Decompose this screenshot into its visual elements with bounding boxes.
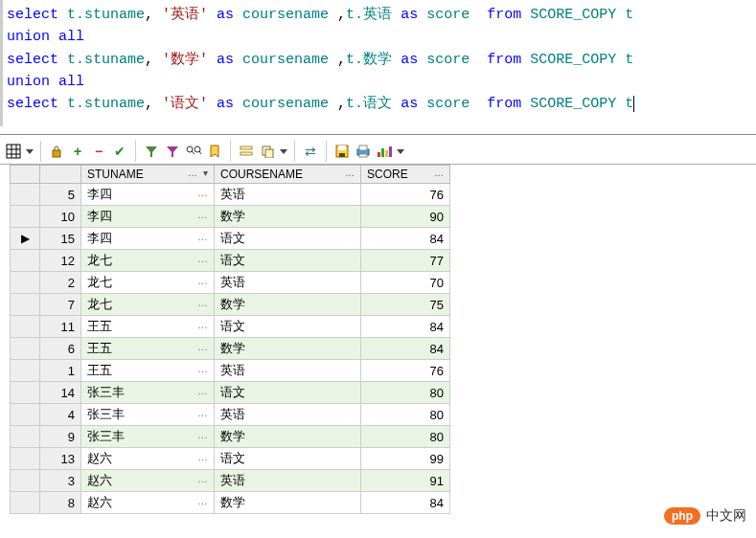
find-icon[interactable] — [184, 142, 203, 161]
coursename-cell[interactable]: 语文 — [215, 228, 361, 250]
score-cell[interactable]: 90 — [361, 206, 450, 228]
stuname-cell[interactable]: 李四… — [81, 228, 215, 250]
column-menu-icon[interactable]: … — [188, 168, 197, 178]
column-header-coursename[interactable]: COURSENAME … — [215, 166, 361, 184]
grid-view-icon[interactable] — [4, 142, 23, 161]
results-grid[interactable]: STUNAME ▾ … COURSENAME … SCORE … 5李四…英语7… — [10, 165, 450, 514]
score-cell[interactable]: 70 — [361, 272, 450, 294]
cell-expand-icon[interactable]: … — [197, 473, 208, 484]
cell-expand-icon[interactable]: … — [197, 231, 208, 242]
column-header-stuname[interactable]: STUNAME ▾ … — [81, 166, 215, 184]
column-header-score[interactable]: SCORE … — [361, 166, 450, 184]
column-menu-icon[interactable]: … — [345, 168, 355, 178]
coursename-cell[interactable]: 数学 — [215, 206, 361, 228]
lock-icon[interactable] — [47, 142, 66, 161]
coursename-cell[interactable]: 英语 — [215, 272, 361, 294]
stuname-cell[interactable]: 龙七… — [81, 272, 215, 294]
table-row[interactable]: 7龙七…数学75 — [11, 294, 450, 316]
score-cell[interactable]: 84 — [361, 228, 450, 250]
dropdown-icon-3[interactable] — [396, 142, 405, 161]
cell-expand-icon[interactable]: … — [197, 275, 208, 286]
score-cell[interactable]: 80 — [361, 382, 450, 404]
coursename-cell[interactable]: 数学 — [215, 294, 361, 316]
single-record-icon[interactable] — [237, 142, 256, 161]
cell-expand-icon[interactable]: … — [197, 319, 208, 330]
stuname-cell[interactable]: 赵六… — [81, 470, 215, 492]
stuname-cell[interactable]: 李四… — [81, 184, 215, 206]
score-cell[interactable]: 91 — [361, 470, 450, 492]
score-cell[interactable]: 80 — [361, 404, 450, 426]
cell-expand-icon[interactable]: … — [197, 363, 208, 374]
table-row[interactable]: ▶15李四…语文84 — [11, 228, 450, 250]
table-row[interactable]: 9张三丰…数学80 — [11, 426, 450, 448]
score-cell[interactable]: 76 — [361, 184, 450, 206]
score-cell[interactable]: 80 — [361, 426, 450, 448]
table-row[interactable]: 10李四…数学90 — [11, 206, 450, 228]
score-cell[interactable]: 99 — [361, 448, 450, 470]
table-row[interactable]: 2龙七…英语70 — [11, 272, 450, 294]
column-menu-icon[interactable]: … — [434, 168, 444, 178]
cell-expand-icon[interactable]: … — [197, 297, 208, 308]
link-icon[interactable]: ⇄ — [301, 142, 320, 161]
score-cell[interactable]: 84 — [361, 316, 450, 338]
stuname-cell[interactable]: 张三丰… — [81, 404, 215, 426]
score-cell[interactable]: 77 — [361, 250, 450, 272]
coursename-cell[interactable]: 英语 — [215, 184, 361, 206]
table-row[interactable]: 8赵六…数学84 — [11, 492, 450, 514]
cell-expand-icon[interactable]: … — [197, 407, 208, 418]
filter-icon-1[interactable] — [142, 142, 161, 161]
coursename-cell[interactable]: 英语 — [215, 404, 361, 426]
coursename-cell[interactable]: 语文 — [215, 250, 361, 272]
chart-icon[interactable] — [375, 142, 394, 161]
score-cell[interactable]: 75 — [361, 294, 450, 316]
score-cell[interactable]: 84 — [361, 338, 450, 360]
cell-expand-icon[interactable]: … — [197, 187, 208, 198]
dropdown-icon-2[interactable] — [279, 142, 288, 161]
stuname-cell[interactable]: 龙七… — [81, 294, 215, 316]
cell-expand-icon[interactable]: … — [197, 495, 208, 506]
add-row-icon[interactable]: + — [68, 142, 87, 161]
stuname-cell[interactable]: 李四… — [81, 206, 215, 228]
table-row[interactable]: 11王五…语文84 — [11, 316, 450, 338]
cell-expand-icon[interactable]: … — [197, 253, 208, 264]
coursename-cell[interactable]: 英语 — [215, 470, 361, 492]
stuname-cell[interactable]: 龙七… — [81, 250, 215, 272]
bookmark-icon[interactable] — [205, 142, 224, 161]
coursename-cell[interactable]: 语文 — [215, 316, 361, 338]
filter-icon-2[interactable] — [163, 142, 182, 161]
table-row[interactable]: 4张三丰…英语80 — [11, 404, 450, 426]
stuname-cell[interactable]: 赵六… — [81, 492, 215, 514]
table-row[interactable]: 3赵六…英语91 — [11, 470, 450, 492]
table-row[interactable]: 13赵六…语文99 — [11, 448, 450, 470]
copy-icon[interactable] — [258, 142, 277, 161]
row-index-header[interactable] — [40, 166, 81, 184]
table-row[interactable]: 14张三丰…语文80 — [11, 382, 450, 404]
coursename-cell[interactable]: 数学 — [215, 338, 361, 360]
coursename-cell[interactable]: 数学 — [215, 492, 361, 514]
sort-arrow-icon[interactable]: ▾ — [203, 168, 208, 178]
sql-editor[interactable]: select t.stuname, '英语' as coursename ,t.… — [0, 0, 756, 126]
coursename-cell[interactable]: 英语 — [215, 360, 361, 382]
stuname-cell[interactable]: 王五… — [81, 360, 215, 382]
dropdown-icon[interactable] — [25, 142, 34, 161]
cell-expand-icon[interactable]: … — [197, 451, 208, 462]
stuname-cell[interactable]: 张三丰… — [81, 382, 215, 404]
coursename-cell[interactable]: 数学 — [215, 426, 361, 448]
score-cell[interactable]: 76 — [361, 360, 450, 382]
stuname-cell[interactable]: 王五… — [81, 338, 215, 360]
coursename-cell[interactable]: 语文 — [215, 382, 361, 404]
cell-expand-icon[interactable]: … — [197, 341, 208, 352]
delete-row-icon[interactable]: − — [89, 142, 108, 161]
cell-expand-icon[interactable]: … — [197, 209, 208, 220]
cell-expand-icon[interactable]: … — [197, 385, 208, 396]
table-row[interactable]: 6王五…数学84 — [11, 338, 450, 360]
stuname-cell[interactable]: 张三丰… — [81, 426, 215, 448]
stuname-cell[interactable]: 王五… — [81, 316, 215, 338]
commit-icon[interactable]: ✔ — [110, 142, 129, 161]
score-cell[interactable]: 84 — [361, 492, 450, 514]
coursename-cell[interactable]: 语文 — [215, 448, 361, 470]
table-row[interactable]: 5李四…英语76 — [11, 184, 450, 206]
table-row[interactable]: 12龙七…语文77 — [11, 250, 450, 272]
print-icon[interactable] — [354, 142, 373, 161]
cell-expand-icon[interactable]: … — [197, 429, 208, 440]
